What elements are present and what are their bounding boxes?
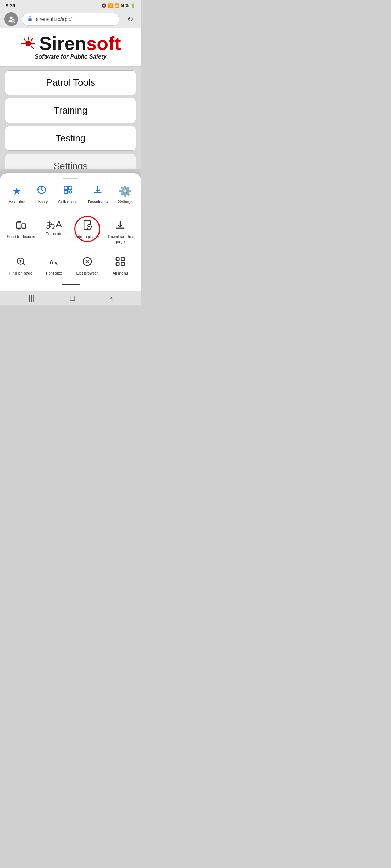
exit-browser-label: Exit browser: [76, 271, 98, 276]
history-icon: [37, 185, 47, 197]
wifi-icon: 📶: [108, 3, 113, 8]
profile-avatar[interactable]: [4, 12, 18, 26]
exit-browser-icon: [82, 256, 93, 268]
download-this-page-item[interactable]: Download this page: [105, 217, 136, 247]
svg-text:A: A: [55, 261, 58, 266]
status-icons: 🔇 📶 📶 56% 🔋: [101, 3, 135, 8]
svg-rect-16: [22, 224, 25, 228]
svg-rect-2: [28, 18, 31, 21]
collections-item[interactable]: Collections: [58, 185, 78, 204]
system-nav-bar: ||| □ ‹: [0, 291, 141, 305]
svg-rect-26: [121, 262, 125, 265]
web-content: Sirensoft Software for Public Safety Pat…: [0, 28, 141, 169]
status-bar: 9:39 🔇 📶 📶 56% 🔋: [0, 0, 141, 10]
find-on-page-item[interactable]: Find on page: [5, 253, 37, 278]
sirensoft-header: Sirensoft Software for Public Safety: [0, 28, 141, 67]
address-bar-container: sirensoft.io/app/ ↻: [0, 10, 141, 28]
send-to-devices-label: Send to devices: [7, 234, 35, 239]
collections-icon: [63, 185, 73, 197]
favorites-label: Favorites: [9, 199, 25, 204]
settings-button[interactable]: Settings: [5, 154, 136, 169]
favorites-item[interactable]: ★ Favorites: [9, 185, 25, 204]
history-label: History: [35, 200, 48, 204]
tagline: Software for Public Safety: [35, 54, 106, 60]
svg-rect-15: [16, 222, 21, 228]
mute-icon: 🔇: [101, 3, 106, 8]
bottom-home-indicator: [62, 284, 80, 285]
battery-icon: 🔋: [130, 3, 135, 8]
svg-rect-24: [121, 257, 125, 260]
font-size-icon: A A: [49, 256, 59, 268]
signal-icon: 📶: [114, 3, 119, 8]
logo-soft: soft: [86, 33, 121, 54]
download-this-page-label: Download this page: [106, 234, 135, 244]
svg-text:A: A: [50, 259, 54, 265]
training-button[interactable]: Training: [5, 98, 136, 123]
settings-top-label: Settings: [118, 199, 133, 204]
settings-top-item[interactable]: ⚙️ Settings: [118, 185, 133, 204]
font-size-label: Font size: [46, 271, 62, 276]
logo-siren: Siren: [39, 33, 86, 54]
svg-rect-25: [116, 262, 119, 265]
downloads-item[interactable]: Downloads: [88, 185, 108, 204]
url-text: sirensoft.io/app/: [36, 16, 72, 22]
address-bar[interactable]: sirensoft.io/app/: [22, 13, 119, 26]
sirensoft-sun-icon: [20, 35, 36, 51]
svg-rect-12: [68, 186, 72, 190]
collections-label: Collections: [58, 200, 78, 204]
svg-line-8: [24, 38, 25, 41]
exit-browser-item[interactable]: Exit browser: [71, 253, 103, 278]
download-this-page-icon: [115, 220, 126, 232]
add-to-phone-label: Add to phone: [75, 234, 99, 239]
reload-button[interactable]: ↻: [123, 12, 137, 26]
nav-home-icon[interactable]: □: [70, 293, 75, 303]
top-icons-row: ★ Favorites History: [0, 185, 141, 209]
downloads-icon: [93, 185, 103, 197]
logo-text: Sirensoft: [39, 34, 121, 53]
all-menu-label: All menu: [113, 271, 128, 276]
add-to-phone-item[interactable]: Add to phone: [71, 217, 103, 247]
battery-text: 56%: [121, 3, 129, 8]
bottom-sheet: ★ Favorites History: [0, 173, 141, 291]
translate-label: Translate: [46, 231, 62, 236]
find-on-page-icon: [16, 256, 26, 268]
svg-point-3: [25, 41, 31, 46]
svg-rect-11: [64, 186, 67, 190]
lock-icon: [27, 16, 33, 23]
translate-item[interactable]: あA Translate: [38, 217, 70, 247]
reload-icon: ↻: [127, 15, 133, 24]
svg-point-0: [10, 17, 12, 19]
status-time: 9:39: [6, 3, 15, 8]
testing-button[interactable]: Testing: [5, 126, 136, 151]
nav-back-icon[interactable]: |||: [29, 293, 35, 303]
svg-line-7: [31, 46, 33, 48]
settings-gear-icon: ⚙️: [119, 185, 131, 197]
svg-line-5: [31, 38, 33, 41]
font-size-item[interactable]: A A Font size: [38, 253, 70, 278]
send-to-devices-icon: [16, 220, 26, 232]
translate-icon: あA: [46, 220, 62, 229]
patrol-tools-button[interactable]: Patrol Tools: [5, 70, 136, 95]
all-menu-icon: [115, 256, 126, 268]
action-row-2: Find on page A A Font size Exit browser: [0, 253, 141, 278]
sheet-handle: [63, 178, 78, 179]
find-on-page-label: Find on page: [9, 271, 33, 276]
favorites-icon: ★: [12, 185, 21, 197]
svg-rect-13: [64, 190, 67, 193]
history-item[interactable]: History: [35, 185, 48, 204]
all-menu-item[interactable]: All menu: [105, 253, 136, 278]
send-to-devices-item[interactable]: Send to devices: [5, 217, 37, 247]
add-to-phone-icon: [82, 220, 93, 232]
downloads-label: Downloads: [88, 200, 108, 204]
svg-rect-23: [116, 257, 119, 260]
action-row-1: Send to devices あA Translate Add to phon…: [0, 217, 141, 247]
nav-buttons: Patrol Tools Training Testing Settings: [0, 67, 141, 169]
nav-recents-icon[interactable]: ‹: [110, 293, 113, 303]
